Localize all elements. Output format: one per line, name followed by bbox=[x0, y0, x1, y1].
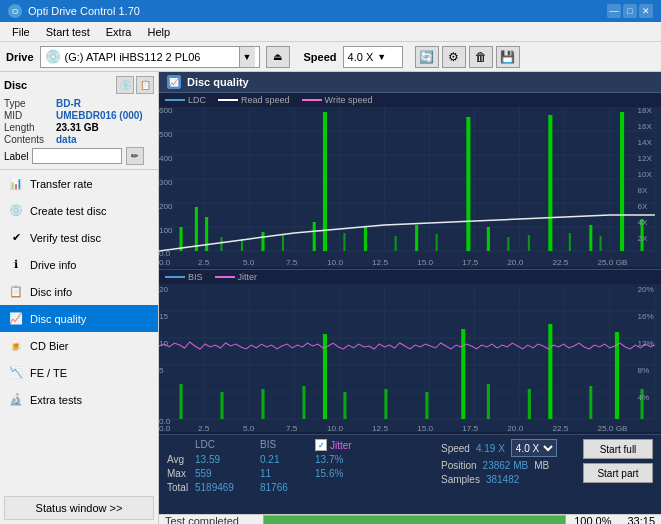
svg-text:18X: 18X bbox=[637, 107, 652, 115]
toolbar-icons: 🔄 ⚙ 🗑 💾 bbox=[415, 46, 520, 68]
label-key: Label bbox=[4, 151, 28, 162]
sidebar-item-fe-te[interactable]: 📉 FE / TE bbox=[0, 359, 158, 386]
svg-rect-94 bbox=[384, 389, 387, 419]
svg-rect-93 bbox=[343, 392, 346, 419]
jitter-check-group[interactable]: ✓ Jitter bbox=[315, 439, 352, 451]
progress-fill bbox=[264, 516, 565, 524]
avg-label: Avg bbox=[167, 454, 195, 465]
status-window-button[interactable]: Status window >> bbox=[4, 496, 154, 520]
top-chart: LDC Read speed Write speed bbox=[159, 93, 661, 270]
menu-help[interactable]: Help bbox=[139, 24, 178, 40]
sidebar-item-transfer-rate[interactable]: 📊 Transfer rate bbox=[0, 170, 158, 197]
disc-icon-btn-2[interactable]: 📋 bbox=[136, 76, 154, 94]
svg-text:2.5: 2.5 bbox=[198, 258, 210, 267]
contents-value: data bbox=[56, 134, 77, 145]
stats-table: LDC BIS ✓ Jitter Avg 13.59 0.21 13.7% bbox=[167, 439, 427, 493]
svg-text:12.5: 12.5 bbox=[372, 424, 388, 432]
start-part-button[interactable]: Start part bbox=[583, 463, 653, 483]
eject-button[interactable]: ⏏ bbox=[266, 46, 290, 68]
settings-icon-btn[interactable]: ⚙ bbox=[442, 46, 466, 68]
svg-text:25.0 GB: 25.0 GB bbox=[597, 258, 627, 267]
svg-text:2.5: 2.5 bbox=[198, 424, 210, 432]
erase-icon-btn[interactable]: 🗑 bbox=[469, 46, 493, 68]
sidebar-item-cd-bier[interactable]: 🍺 CD Bier bbox=[0, 332, 158, 359]
position-label: Position bbox=[441, 460, 477, 471]
svg-text:14X: 14X bbox=[637, 138, 652, 147]
avg-jitter: 13.7% bbox=[315, 454, 343, 465]
svg-rect-35 bbox=[282, 235, 284, 251]
sidebar-item-create-test-disc[interactable]: 💿 Create test disc bbox=[0, 197, 158, 224]
bottom-legend: BIS Jitter bbox=[159, 270, 661, 284]
sidebar-item-drive-info[interactable]: ℹ Drive info bbox=[0, 251, 158, 278]
window-controls[interactable]: — □ ✕ bbox=[607, 4, 653, 18]
total-row: Total 5189469 81766 bbox=[167, 482, 427, 493]
save-icon-btn[interactable]: 💾 bbox=[496, 46, 520, 68]
avg-row: Avg 13.59 0.21 13.7% bbox=[167, 454, 427, 465]
label-input[interactable] bbox=[32, 148, 122, 164]
menu-file[interactable]: File bbox=[4, 24, 38, 40]
maximize-button[interactable]: □ bbox=[623, 4, 637, 18]
refresh-icon-btn[interactable]: 🔄 bbox=[415, 46, 439, 68]
disc-quality-icon-header: 📈 bbox=[167, 75, 181, 89]
stats-bar: LDC BIS ✓ Jitter Avg 13.59 0.21 13.7% bbox=[159, 434, 661, 514]
sidebar-item-disc-info[interactable]: 📋 Disc info bbox=[0, 278, 158, 305]
time-display: 33:15 bbox=[627, 515, 655, 524]
disc-mid-row: MID UMEBDR016 (000) bbox=[4, 110, 154, 121]
sidebar-item-extra-tests[interactable]: 🔬 Extra tests bbox=[0, 386, 158, 413]
svg-text:2X: 2X bbox=[637, 234, 648, 243]
speed-value: 4.0 X bbox=[348, 51, 374, 63]
speed-selector-stats[interactable]: 4.0 X 8.0 X bbox=[511, 439, 557, 457]
label-edit-btn[interactable]: ✏ bbox=[126, 147, 144, 165]
avg-ldc: 13.59 bbox=[195, 454, 260, 465]
legend-ldc: LDC bbox=[165, 95, 206, 105]
disc-label-row: Label ✏ bbox=[4, 147, 154, 165]
speed-position-section: Speed 4.19 X 4.0 X 8.0 X Position 23862 … bbox=[441, 439, 557, 485]
type-value: BD-R bbox=[56, 98, 81, 109]
action-buttons: Start full Start part bbox=[583, 439, 653, 483]
svg-rect-95 bbox=[425, 392, 428, 419]
minimize-button[interactable]: — bbox=[607, 4, 621, 18]
svg-text:20: 20 bbox=[159, 285, 169, 294]
total-bis: 81766 bbox=[260, 482, 315, 493]
position-row: Position 23862 MB MB bbox=[441, 460, 557, 471]
speed-selector[interactable]: 4.0 X ▼ bbox=[343, 46, 403, 68]
svg-text:5.0: 5.0 bbox=[243, 424, 255, 432]
sidebar-item-disc-quality[interactable]: 📈 Disc quality bbox=[0, 305, 158, 332]
jitter-checkbox[interactable]: ✓ bbox=[315, 439, 327, 451]
max-row: Max 559 11 15.6% bbox=[167, 468, 427, 479]
start-full-button[interactable]: Start full bbox=[583, 439, 653, 459]
sidebar-item-verify-test-disc[interactable]: ✔ Verify test disc bbox=[0, 224, 158, 251]
svg-rect-29 bbox=[548, 115, 552, 251]
sidebar: Disc 💿 📋 Type BD-R MID UMEBDR016 (000) L… bbox=[0, 72, 159, 524]
svg-text:5.0: 5.0 bbox=[243, 258, 255, 267]
svg-text:22.5: 22.5 bbox=[552, 258, 568, 267]
svg-rect-38 bbox=[436, 234, 438, 251]
max-ldc: 559 bbox=[195, 468, 260, 479]
menu-extra[interactable]: Extra bbox=[98, 24, 140, 40]
app-title: Opti Drive Control 1.70 bbox=[28, 5, 140, 17]
svg-text:6X: 6X bbox=[637, 202, 648, 211]
progress-label: 100.0% bbox=[574, 515, 611, 524]
close-button[interactable]: ✕ bbox=[639, 4, 653, 18]
position-value: 23862 MB bbox=[483, 460, 529, 471]
svg-rect-20 bbox=[195, 207, 198, 251]
speed-row: Speed 4.19 X 4.0 X 8.0 X bbox=[441, 439, 557, 457]
svg-rect-28 bbox=[487, 227, 490, 251]
svg-text:0.0: 0.0 bbox=[159, 249, 171, 258]
svg-text:0.0: 0.0 bbox=[159, 258, 171, 267]
svg-text:12%: 12% bbox=[637, 339, 653, 348]
mb-suffix: MB bbox=[534, 460, 549, 471]
disc-icon-btn-1[interactable]: 💿 bbox=[116, 76, 134, 94]
disc-type-row: Type BD-R bbox=[4, 98, 154, 109]
drive-selector[interactable]: 💿 (G:) ATAPI iHBS112 2 PL06 ▼ bbox=[40, 46, 260, 68]
sidebar-item-label-create-test-disc: Create test disc bbox=[30, 205, 106, 217]
svg-text:8%: 8% bbox=[637, 366, 649, 375]
svg-text:600: 600 bbox=[159, 107, 173, 115]
svg-text:400: 400 bbox=[159, 154, 173, 163]
svg-text:200: 200 bbox=[159, 202, 173, 211]
menu-start-test[interactable]: Start test bbox=[38, 24, 98, 40]
total-ldc: 5189469 bbox=[195, 482, 260, 493]
contents-label: Contents bbox=[4, 134, 52, 145]
create-test-disc-icon: 💿 bbox=[8, 203, 24, 219]
drive-dropdown-arrow[interactable]: ▼ bbox=[239, 47, 255, 67]
